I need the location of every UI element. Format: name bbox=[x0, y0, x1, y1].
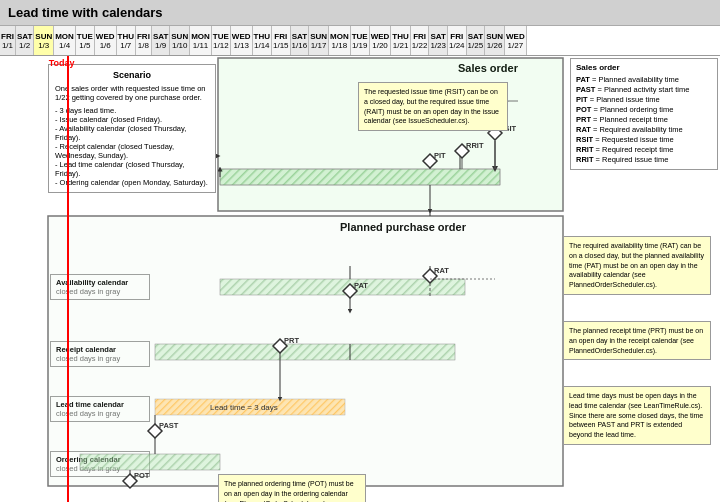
legend-past: PAST = Planned activity start time bbox=[576, 85, 712, 94]
scenario-bullets: - 3 days lead time. - Issue calendar (cl… bbox=[55, 106, 209, 187]
title-bar: Lead time with calendars bbox=[0, 0, 720, 26]
day-header-1-6: WED1/6 bbox=[95, 26, 117, 55]
leadtime-info-box: Lead time days must be open days in the … bbox=[563, 386, 711, 445]
page-title: Lead time with calendars bbox=[8, 5, 163, 20]
svg-rect-4 bbox=[220, 169, 500, 185]
legend-box: Sales order PAT = Planned availability t… bbox=[570, 58, 718, 170]
legend-prt: PRT = Planned receipt time bbox=[576, 115, 712, 124]
legend-rrit2: RRIT = Required issue time bbox=[576, 155, 712, 164]
svg-rect-12 bbox=[155, 344, 455, 360]
day-header-1-13: WED1/13 bbox=[231, 26, 253, 55]
day-header-1-9: SAT1/9 bbox=[152, 26, 170, 55]
sales-order-label: Sales order bbox=[458, 62, 518, 74]
day-header-1-22: FRI1/22 bbox=[411, 26, 430, 55]
svg-text:PAT: PAT bbox=[354, 281, 368, 290]
svg-marker-38 bbox=[423, 154, 437, 168]
day-header-1-21: THU1/21 bbox=[391, 26, 410, 55]
svg-rect-10 bbox=[220, 279, 465, 295]
today-line bbox=[67, 56, 69, 502]
day-header-1-5: TUE1/5 bbox=[76, 26, 95, 55]
svg-text:PAST: PAST bbox=[159, 421, 179, 430]
svg-rect-14 bbox=[155, 399, 345, 415]
legend-pit: PIT = Planned issue time bbox=[576, 95, 712, 104]
day-header-1-16: SAT1/16 bbox=[291, 26, 310, 55]
svg-text:Lead time = 3 days: Lead time = 3 days bbox=[210, 403, 278, 412]
legend-rrit: RRIT = Required receipt time bbox=[576, 145, 712, 154]
availability-calendar-label: Availability calendar closed days in gra… bbox=[50, 274, 150, 300]
day-header-1-17: SUN1/17 bbox=[309, 26, 329, 55]
svg-text:RRIT: RRIT bbox=[466, 141, 484, 150]
scenario-text: One sales order with requested issue tim… bbox=[55, 84, 209, 102]
legend-rat: RAT = Required availability time bbox=[576, 125, 712, 134]
svg-marker-44 bbox=[273, 339, 287, 353]
prt-info-box: The planned receipt time (PRT) must be o… bbox=[563, 321, 711, 360]
day-header-1-20: WED1/20 bbox=[370, 26, 392, 55]
day-header-1-19: TUE1/19 bbox=[351, 26, 370, 55]
receipt-calendar-label: Receipt calendar closed days in gray bbox=[50, 341, 150, 367]
legend-pat: PAT = Planned availability time bbox=[576, 75, 712, 84]
legend-title: Sales order bbox=[576, 63, 712, 72]
day-header-1-18: MON1/18 bbox=[329, 26, 351, 55]
day-header-1-7: THU1/7 bbox=[117, 26, 136, 55]
day-header-1-25: SAT1/25 bbox=[467, 26, 486, 55]
day-header-1-26: SUN1/26 bbox=[485, 26, 505, 55]
day-header-1-11: MON1/11 bbox=[190, 26, 212, 55]
ppo-label: Planned purchase order bbox=[340, 221, 466, 233]
rat-info-box: The required availability time (RAT) can… bbox=[563, 236, 711, 295]
legend-rsit: RSIT = Requested issue time bbox=[576, 135, 712, 144]
svg-text:PRT: PRT bbox=[284, 336, 299, 345]
day-header-1-27: WED1/27 bbox=[505, 26, 527, 55]
leadtime-calendar-label: Lead time calendar closed days in gray bbox=[50, 396, 150, 422]
day-header-1-4: MON1/4 bbox=[54, 26, 76, 55]
svg-rect-9 bbox=[220, 279, 465, 295]
svg-rect-2 bbox=[218, 58, 563, 211]
rsit-info-box: The requested issue time (RSIT) can be o… bbox=[358, 82, 508, 131]
day-header-1-12: TUE1/12 bbox=[212, 26, 231, 55]
day-header-1-23: SAT1/23 bbox=[429, 26, 448, 55]
scenario-box: Scenario One sales order with requested … bbox=[48, 64, 216, 193]
day-header-1-14: THU1/14 bbox=[253, 26, 272, 55]
day-header-1-1: FRI1/1 bbox=[0, 26, 16, 55]
svg-rect-11 bbox=[155, 344, 455, 360]
svg-rect-13 bbox=[155, 399, 345, 415]
svg-text:PIT: PIT bbox=[434, 151, 446, 160]
svg-rect-5 bbox=[220, 169, 500, 185]
svg-marker-36 bbox=[455, 144, 469, 158]
legend-pot: POT = Planned ordering time bbox=[576, 105, 712, 114]
main-content: FRI1/1SAT1/2SUN1/3MON1/4TUE1/5WED1/6THU1… bbox=[0, 26, 720, 502]
day-header-1-10: SUN1/10 bbox=[170, 26, 190, 55]
calendar-header: FRI1/1SAT1/2SUN1/3MON1/4TUE1/5WED1/6THU1… bbox=[0, 26, 720, 56]
day-header-1-15: FRI1/15 bbox=[272, 26, 291, 55]
ordering-calendar-label: Ordering calendar closed days in gray bbox=[50, 451, 150, 477]
day-header-1-8: FRI1/8 bbox=[136, 26, 152, 55]
scenario-title: Scenario bbox=[55, 70, 209, 80]
svg-marker-46 bbox=[148, 424, 162, 438]
day-header-1-2: SAT1/2 bbox=[16, 26, 34, 55]
svg-marker-40 bbox=[423, 269, 437, 283]
today-label: Today bbox=[49, 58, 75, 68]
svg-text:RAT: RAT bbox=[434, 266, 449, 275]
day-header-1-3: SUN1/3 bbox=[34, 26, 54, 55]
day-header-1-24: FRI1/24 bbox=[448, 26, 467, 55]
pot-info-box: The planned ordering time (POT) must be … bbox=[218, 474, 366, 502]
svg-marker-42 bbox=[343, 284, 357, 298]
